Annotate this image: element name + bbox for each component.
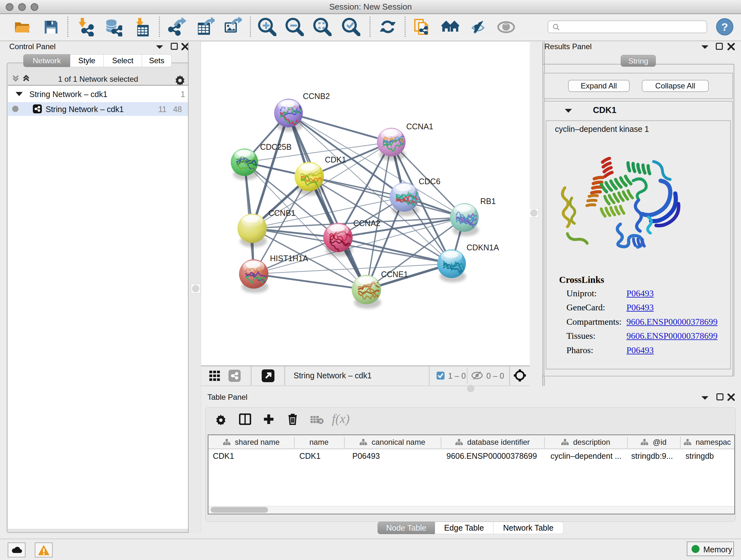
svg-text:CDC25B: CDC25B — [260, 142, 292, 151]
svg-text:CCNE1: CCNE1 — [381, 270, 408, 279]
svg-text:CCNA1: CCNA1 — [406, 122, 433, 131]
svg-text:CCNB2: CCNB2 — [303, 91, 330, 101]
svg-text:CCNA2: CCNA2 — [353, 219, 381, 228]
svg-text:HIST1H1A: HIST1H1A — [270, 254, 308, 263]
svg-text:RB1: RB1 — [480, 197, 496, 206]
svg-text:CDC6: CDC6 — [419, 177, 441, 186]
svg-text:CDK1: CDK1 — [325, 155, 346, 164]
svg-text:CCNB1: CCNB1 — [268, 208, 295, 217]
svg-text:CDKN1A: CDKN1A — [467, 243, 499, 252]
